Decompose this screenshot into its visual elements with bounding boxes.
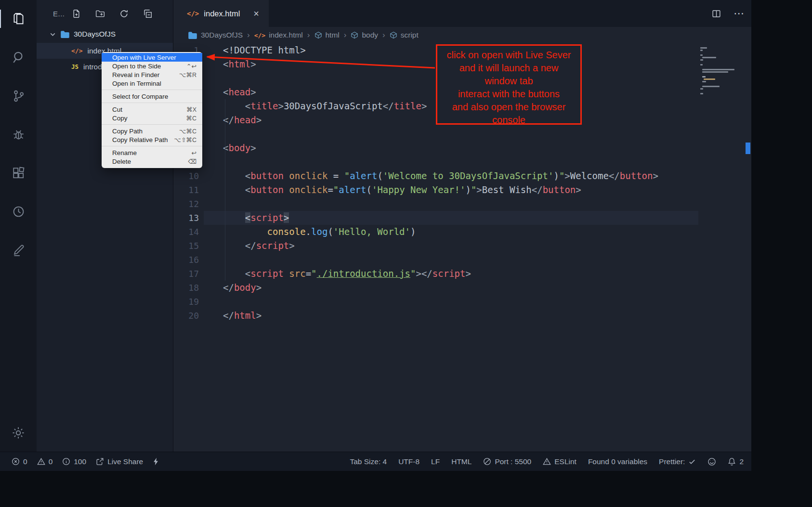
- code-line-11[interactable]: 11 <button onclick="alert('Happy New Yea…: [173, 183, 751, 197]
- menu-item-open-to-the-side[interactable]: Open to the Side⌃↩: [102, 62, 202, 70]
- code-line-15[interactable]: 15 </script>: [173, 239, 751, 253]
- status-html[interactable]: HTML: [451, 457, 471, 466]
- line-number: 10: [173, 169, 204, 183]
- minimap[interactable]: [700, 47, 743, 94]
- line-number: 14: [173, 225, 204, 239]
- scrollbar-decoration[interactable]: [746, 143, 750, 154]
- settings-gear-icon: [11, 426, 26, 440]
- activity-explorer[interactable]: [0, 10, 37, 28]
- menu-separator: [102, 124, 202, 125]
- line-number: 11: [173, 183, 204, 197]
- status-0[interactable]: 0: [37, 457, 53, 466]
- line-content: <button onclick="alert('Happy New Year!'…: [204, 183, 698, 197]
- toolbar-refresh-button[interactable]: [119, 9, 129, 18]
- annotation-line: and it will launch a new: [437, 62, 580, 75]
- status-port-5500[interactable]: Port : 5500: [483, 457, 531, 466]
- activity-edit-session[interactable]: [0, 241, 37, 259]
- code-line-14[interactable]: 14 console.log('Hello, World'): [173, 225, 751, 239]
- breadcrumb-label: html: [326, 31, 340, 39]
- status-live-share[interactable]: Live Share: [96, 457, 143, 466]
- tab-label: index.html: [204, 9, 240, 18]
- indent-guide: [225, 99, 225, 281]
- activity-settings-gear[interactable]: [0, 424, 37, 442]
- menu-item-label: Copy Relative Path: [112, 136, 168, 143]
- explorer-toolbar: [72, 9, 152, 18]
- status-flash[interactable]: [153, 457, 159, 466]
- code-line-9[interactable]: 9: [173, 155, 751, 169]
- minimap-line: [702, 76, 706, 78]
- menu-item-copy-relative-path[interactable]: Copy Relative Path⌥⇧⌘C: [102, 135, 202, 144]
- collapse-all-icon: [143, 9, 152, 18]
- menu-item-copy[interactable]: Copy⌘C: [102, 114, 202, 122]
- status-label: LF: [431, 457, 440, 466]
- breadcrumb-body[interactable]: body: [351, 31, 378, 39]
- status-0[interactable]: 0: [12, 457, 27, 466]
- breadcrumb-index-html[interactable]: </>index.html: [254, 31, 303, 39]
- toolbar-new-folder-button[interactable]: [95, 9, 105, 18]
- code-line-13[interactable]: 13 <script>: [173, 211, 751, 225]
- status-label: 0: [23, 457, 27, 466]
- activity-history[interactable]: [0, 202, 37, 221]
- status-eslint[interactable]: ESLint: [543, 457, 576, 466]
- code-line-20[interactable]: 20</html>: [173, 309, 751, 323]
- breadcrumb-html[interactable]: html: [314, 31, 340, 39]
- line-content: [204, 155, 698, 169]
- minimap-line: [700, 54, 703, 56]
- history-icon: [12, 205, 26, 219]
- breadcrumb-30daysofjs[interactable]: 30DaysOfJS: [188, 31, 243, 39]
- menu-item-open-with-live-server[interactable]: Open with Live Server: [102, 53, 202, 62]
- code-line-12[interactable]: 12: [173, 197, 751, 211]
- line-content: <body>: [204, 141, 698, 155]
- status-100[interactable]: 100: [62, 457, 86, 466]
- explorer-header: E...: [37, 0, 173, 27]
- toolbar-new-file-button[interactable]: [72, 9, 81, 18]
- breadcrumb-script[interactable]: script: [390, 31, 419, 39]
- debug-icon: [12, 128, 26, 142]
- annotation-line: click on open with Live Sever: [437, 49, 580, 62]
- chevron-right-icon: ›: [344, 30, 347, 40]
- line-content: <script>: [204, 211, 698, 225]
- code-line-18[interactable]: 18</body>: [173, 281, 751, 295]
- minimap-line: [702, 81, 706, 82]
- code-line-17[interactable]: 17 <script src="./introduction.js"></scr…: [173, 267, 751, 281]
- status-utf-8[interactable]: UTF-8: [398, 457, 419, 466]
- status-smiley[interactable]: [707, 457, 716, 466]
- status-label: Tab Size: 4: [350, 457, 387, 466]
- info-icon: [62, 457, 70, 466]
- tab-index-html[interactable]: </> index.html ×: [173, 0, 269, 27]
- code-line-10[interactable]: 10 <button onclick = "alert('Welcome to …: [173, 169, 751, 183]
- activity-debug[interactable]: [0, 125, 37, 143]
- more-actions-icon[interactable]: ⋯: [733, 7, 745, 20]
- split-editor-icon[interactable]: [712, 9, 721, 18]
- code-line-16[interactable]: 16: [173, 253, 751, 267]
- menu-item-rename[interactable]: Rename↩: [102, 148, 202, 157]
- menu-item-delete[interactable]: Delete⌫: [102, 157, 202, 166]
- menu-item-reveal-in-finder[interactable]: Reveal in Finder⌥⌘R: [102, 70, 202, 79]
- smiley-icon: [707, 457, 716, 466]
- extensions-icon: [12, 166, 26, 180]
- code-line-19[interactable]: 19: [173, 295, 751, 309]
- close-icon[interactable]: ×: [253, 9, 259, 18]
- flash-icon: [153, 457, 159, 466]
- status-label: Live Share: [107, 457, 143, 466]
- status-2[interactable]: 2: [728, 457, 744, 466]
- menu-item-select-for-compare[interactable]: Select for Compare: [102, 92, 202, 101]
- menu-item-open-in-terminal[interactable]: Open in Terminal: [102, 79, 202, 88]
- line-content: [204, 127, 698, 141]
- folder-row-30daysofjs[interactable]: 30DaysOfJS: [37, 27, 173, 41]
- activity-search[interactable]: [0, 48, 37, 66]
- status-prettier[interactable]: Prettier:: [659, 457, 696, 466]
- status-lf[interactable]: LF: [431, 457, 440, 466]
- code-line-8[interactable]: 8<body>: [173, 141, 751, 155]
- activity-extensions[interactable]: [0, 164, 37, 182]
- menu-item-shortcut: ⌥⇧⌘C: [174, 136, 196, 143]
- status-tab-size-4[interactable]: Tab Size: 4: [350, 457, 387, 466]
- activity-source-control[interactable]: [0, 87, 37, 105]
- annotation-line: console: [437, 114, 580, 127]
- code-line-7[interactable]: 7: [173, 127, 751, 141]
- menu-item-cut[interactable]: Cut⌘X: [102, 105, 202, 114]
- line-content: <script src="./introduction.js"></script…: [204, 267, 698, 281]
- menu-item-copy-path[interactable]: Copy Path⌥⌘C: [102, 127, 202, 135]
- status-found-0-variables[interactable]: Found 0 variables: [588, 457, 647, 466]
- toolbar-collapse-all-button[interactable]: [143, 9, 152, 18]
